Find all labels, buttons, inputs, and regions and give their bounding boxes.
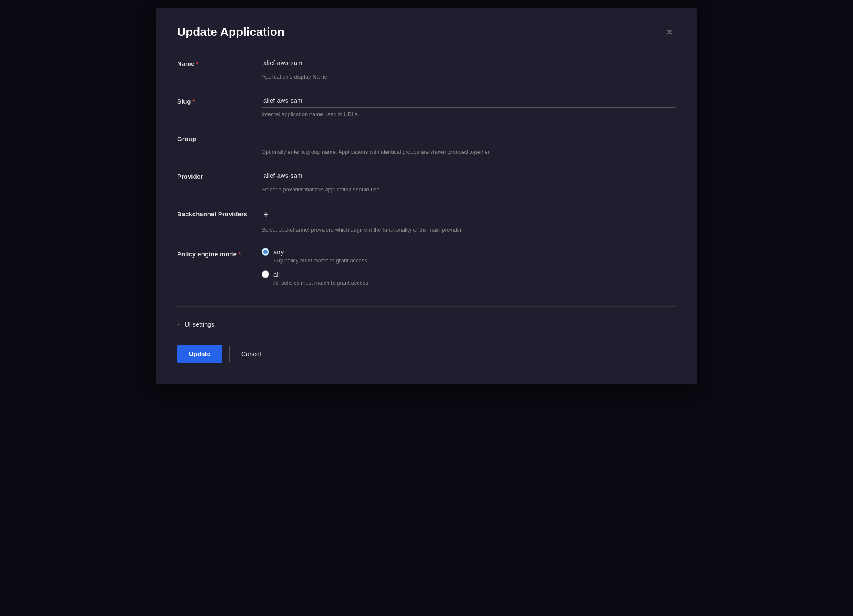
group-input[interactable] — [262, 131, 676, 145]
modal-title: Update Application — [177, 25, 284, 39]
policy-all-hint: All policies must match to grant access — [273, 280, 676, 286]
group-label: Group — [177, 131, 262, 142]
group-hint: Optionally enter a group name. Applicati… — [262, 149, 676, 155]
button-row: Update Cancel — [177, 345, 676, 363]
policy-all-label: all — [273, 271, 280, 278]
name-required-star: * — [196, 60, 199, 67]
policy-any-hint: Any policy must match to grant access — [273, 257, 676, 264]
policy-engine-field: any Any policy must match to grant acces… — [262, 248, 676, 293]
policy-engine-field-row: Policy engine mode* any Any policy must … — [177, 246, 676, 293]
name-field: Application's display Name. — [262, 56, 676, 80]
backchannel-field-row: Backchannel Providers + Select backchann… — [177, 206, 676, 233]
backchannel-add-button[interactable]: + — [263, 210, 269, 219]
ui-settings-row[interactable]: › UI settings — [177, 320, 676, 328]
provider-label: Provider — [177, 169, 262, 180]
policy-any-option: any Any policy must match to grant acces… — [262, 248, 676, 264]
policy-all-option: all All policies must match to grant acc… — [262, 270, 676, 286]
ui-settings-chevron-icon: › — [177, 320, 179, 328]
backchannel-label: Backchannel Providers — [177, 206, 262, 218]
name-label: Name* — [177, 56, 262, 67]
name-field-row: Name* Application's display Name. — [177, 56, 676, 80]
name-input[interactable] — [262, 56, 676, 70]
ui-settings-label: UI settings — [184, 321, 214, 328]
update-button[interactable]: Update — [177, 345, 222, 363]
cancel-button[interactable]: Cancel — [229, 345, 273, 363]
slug-label: Slug* — [177, 93, 262, 105]
backchannel-hint: Select backchannel providers which augme… — [262, 226, 676, 233]
slug-required-star: * — [193, 98, 195, 105]
section-divider — [177, 306, 676, 307]
modal-header: Update Application × — [177, 25, 676, 39]
slug-field: Internal application name used in URLs. — [262, 93, 676, 117]
provider-input[interactable] — [262, 169, 676, 183]
close-button[interactable]: × — [663, 25, 676, 39]
update-application-modal: Update Application × Name* Application's… — [156, 8, 697, 384]
group-field: Optionally enter a group name. Applicati… — [262, 131, 676, 155]
policy-all-radio[interactable] — [262, 270, 269, 278]
backchannel-field: + Select backchannel providers which aug… — [262, 206, 676, 233]
policy-engine-required-star: * — [238, 251, 241, 258]
provider-hint: Select a provider that this application … — [262, 186, 676, 193]
provider-field: Select a provider that this application … — [262, 169, 676, 193]
provider-field-row: Provider Select a provider that this app… — [177, 169, 676, 193]
policy-any-label: any — [273, 248, 284, 256]
policy-engine-label: Policy engine mode* — [177, 246, 262, 258]
slug-input[interactable] — [262, 93, 676, 108]
policy-any-row: any — [262, 248, 676, 256]
slug-hint: Internal application name used in URLs. — [262, 111, 676, 117]
group-field-row: Group Optionally enter a group name. App… — [177, 131, 676, 155]
policy-all-row: all — [262, 270, 676, 278]
name-hint: Application's display Name. — [262, 74, 676, 80]
slug-field-row: Slug* Internal application name used in … — [177, 93, 676, 117]
backchannel-input-area: + — [262, 206, 676, 223]
policy-any-radio[interactable] — [262, 248, 269, 256]
